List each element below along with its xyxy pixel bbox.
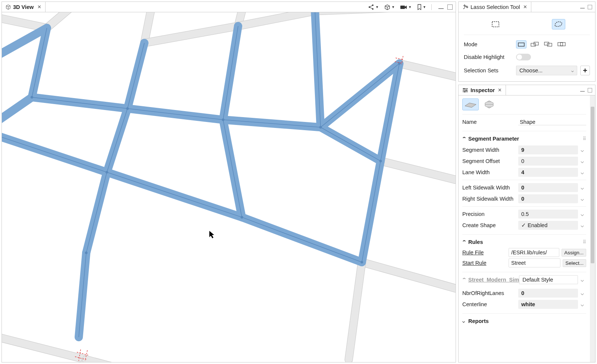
name-value[interactable]: Shape <box>518 119 586 125</box>
right-sidewalk-dropdown[interactable]: ⌵ <box>578 196 586 202</box>
chevron-down-icon: ⌵ <box>571 68 574 73</box>
intersection-icon <box>483 100 496 109</box>
nbr-right-lanes-field[interactable]: 0 <box>518 289 578 298</box>
inspector-tab-label: Inspector <box>471 87 495 93</box>
nbr-right-lanes-dropdown[interactable]: ⌵ <box>578 290 586 296</box>
chevron-up-icon <box>462 277 468 282</box>
rule-file-field[interactable]: /ESRI.lib/rules/ <box>509 248 559 257</box>
segment-offset-field[interactable]: 0 <box>518 157 578 166</box>
package-dropdown[interactable]: ▼ <box>382 3 396 11</box>
rects-sub-icon <box>544 42 552 47</box>
selection-sets-value: Choose... <box>519 68 543 73</box>
rule-file-label[interactable]: Rule File <box>462 250 506 255</box>
minimize-button[interactable] <box>580 8 585 9</box>
maximize-button[interactable] <box>447 4 453 10</box>
segment-width-label: Segment Width <box>462 147 518 153</box>
segment-icon <box>464 101 477 108</box>
reports-section-header[interactable]: ⌵ Reports <box>462 316 586 326</box>
precision-dropdown[interactable]: ⌵ <box>578 211 586 217</box>
centerline-field[interactable]: white <box>518 300 578 309</box>
segment-width-field[interactable]: 9 <box>518 145 578 154</box>
segment-width-dropdown[interactable]: ⌵ <box>578 147 586 153</box>
centerline-dropdown[interactable]: ⌵ <box>578 301 586 307</box>
svg-rect-24 <box>464 91 465 92</box>
right-sidewalk-field[interactable]: 0 <box>518 194 578 203</box>
left-sidewalk-field[interactable]: 0 <box>518 183 578 192</box>
shape-node-button[interactable] <box>481 98 497 110</box>
svg-rect-22 <box>463 88 465 89</box>
lasso-select-button[interactable] <box>552 19 565 29</box>
mode-replace-button[interactable] <box>516 40 526 48</box>
maximize-button[interactable] <box>588 5 592 9</box>
svg-point-7 <box>31 96 33 98</box>
camera-dropdown[interactable]: ▼ <box>398 4 413 10</box>
left-sidewalk-dropdown[interactable]: ⌵ <box>578 185 586 191</box>
lasso-icon <box>554 21 563 28</box>
add-selection-set-button[interactable]: + <box>580 66 590 75</box>
scrollbar-thumb[interactable] <box>591 107 594 263</box>
viewport-3d[interactable]: .rd-sel{stroke:#7ca8d4;stroke-width:22;f… <box>2 12 456 362</box>
segment-offset-dropdown[interactable]: ⌵ <box>578 158 586 164</box>
viewport-tabbar: 3D View ✕ ▼ ▼ ▼ ▼ <box>2 2 456 12</box>
chevron-up-icon <box>462 239 468 245</box>
share-dropdown[interactable]: ▼ <box>366 3 380 11</box>
right-sidewalk-label: Right Sidewalk Width <box>462 196 518 202</box>
svg-point-5 <box>241 216 243 219</box>
drag-handle-icon[interactable]: ⠿ <box>583 136 586 141</box>
bookmark-dropdown[interactable]: ▼ <box>415 3 428 11</box>
street-modern-section-header[interactable]: Street_Modern_Sim <box>462 274 519 285</box>
rules-section-header[interactable]: Rules ⠿ <box>462 237 586 247</box>
svg-point-8 <box>126 107 129 110</box>
marquee-select-button[interactable] <box>489 19 502 29</box>
lasso-tab[interactable]: Lasso Selection Tool ✕ <box>459 2 531 12</box>
inspector-scrollbar[interactable] <box>590 95 595 362</box>
viewport-tab-3dview[interactable]: 3D View ✕ <box>2 2 46 12</box>
rect-icon <box>518 42 525 47</box>
street-modern-style-dropdown[interactable]: ⌵ <box>578 277 586 283</box>
svg-rect-14 <box>492 22 499 27</box>
mode-subtract-button[interactable] <box>543 40 553 48</box>
svg-point-13 <box>85 251 88 254</box>
lane-width-label: Lane Width <box>462 169 518 175</box>
inspector-tab[interactable]: Inspector ✕ <box>459 85 506 95</box>
shape-segment-button[interactable] <box>462 98 479 110</box>
svg-point-11 <box>379 160 382 162</box>
street-modern-style-field[interactable]: Default Style <box>519 275 578 284</box>
close-icon[interactable]: ✕ <box>498 87 502 93</box>
rects-add-icon <box>531 42 539 47</box>
start-rule-field[interactable]: Street <box>509 258 560 267</box>
disable-highlight-toggle[interactable] <box>516 54 531 60</box>
svg-rect-18 <box>544 42 549 45</box>
chevron-up-icon <box>462 136 468 141</box>
create-shape-field[interactable]: ✓ Enabled <box>518 221 578 230</box>
close-icon[interactable]: ✕ <box>37 4 41 10</box>
lane-width-dropdown[interactable]: ⌵ <box>578 169 586 175</box>
package-icon <box>384 4 391 10</box>
svg-rect-19 <box>547 43 552 46</box>
precision-field[interactable]: 0.5 <box>518 210 578 219</box>
start-rule-label[interactable]: Start Rule <box>462 260 506 266</box>
viewport-panel: 3D View ✕ ▼ ▼ ▼ ▼ <box>1 1 456 363</box>
minimize-button[interactable] <box>580 91 585 92</box>
segment-parameter-section-header[interactable]: Segment Parameter ⠿ <box>462 134 586 144</box>
mode-intersect-button[interactable] <box>556 40 567 48</box>
minimize-button[interactable] <box>438 8 444 9</box>
maximize-button[interactable] <box>588 88 592 92</box>
drag-handle-icon[interactable]: ⠿ <box>583 239 586 245</box>
cube-icon <box>6 4 11 10</box>
chevron-down-icon: ⌵ <box>462 318 468 324</box>
lane-width-field[interactable]: 4 <box>518 168 578 177</box>
svg-point-10 <box>319 126 322 129</box>
mode-add-button[interactable] <box>529 40 540 48</box>
create-shape-dropdown[interactable]: ⌵ <box>578 222 586 228</box>
sliders-icon <box>462 88 468 93</box>
svg-rect-17 <box>534 42 538 45</box>
rules-title: Rules <box>468 239 483 245</box>
rule-file-assign-button[interactable]: Assign... <box>562 249 586 257</box>
selection-sets-dropdown[interactable]: Choose... ⌵ <box>516 66 577 75</box>
start-rule-select-button[interactable]: Select... <box>563 259 586 267</box>
svg-rect-15 <box>518 43 524 46</box>
close-icon[interactable]: ✕ <box>523 4 527 10</box>
street-modern-title: Street_Modern_Sim <box>468 277 519 283</box>
bookmark-icon <box>417 4 422 10</box>
